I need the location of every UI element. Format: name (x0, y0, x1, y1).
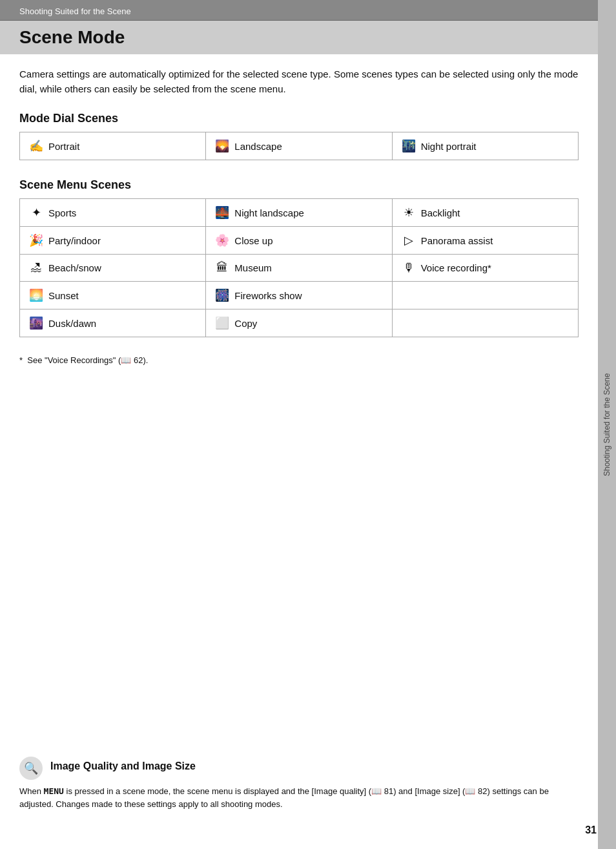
table-cell: 🌃 Night portrait (392, 132, 578, 160)
copy-icon: ⬜ (215, 316, 229, 330)
header-subtitle: Shooting Suited for the Scene (19, 6, 131, 16)
museum-label: Museum (234, 262, 272, 273)
table-cell: 🎉 Party/indoor (20, 227, 206, 255)
table-cell: 🎙 Voice recording* (392, 255, 578, 282)
table-row: ✍ Portrait 🌄 Landscape (20, 132, 579, 160)
scene-menu-table: ✦ Sports 🌉 Night landscape (19, 198, 579, 337)
sunset-icon: 🌅 (29, 288, 43, 302)
table-cell: 🌅 Sunset (20, 282, 206, 309)
table-row: 🌅 Sunset 🎆 Fireworks show (20, 282, 579, 309)
table-row: 🏖 Beach/snow 🏛 Museum (20, 255, 579, 282)
intro-text: Camera settings are automatically optimi… (19, 67, 579, 96)
image-quality-title: Image Quality and Image Size (50, 757, 196, 772)
sunset-label: Sunset (48, 290, 79, 301)
dusk-icon: 🌆 (29, 316, 43, 330)
voice-icon: 🎙 (402, 261, 416, 275)
beach-label: Beach/snow (48, 262, 101, 273)
page-number: 31 (585, 824, 597, 836)
panorama-icon: ▷ (402, 233, 416, 247)
table-cell: ☀ Backlight (392, 199, 578, 227)
landscape-label: Landscape (234, 141, 282, 152)
table-cell: ⬜ Copy (206, 309, 392, 337)
fireworks-icon: 🎆 (215, 288, 229, 302)
mode-dial-table: ✍ Portrait 🌄 Landscape (19, 132, 579, 160)
backlight-label: Backlight (421, 207, 460, 218)
table-cell: 🌉 Night landscape (206, 199, 392, 227)
dusk-label: Dusk/dawn (48, 318, 96, 329)
table-cell: 🌸 Close up (206, 227, 392, 255)
sidebar-tab: Shooting Suited for the Scene (598, 0, 616, 849)
night-landscape-label: Night landscape (234, 207, 304, 218)
portrait-icon: ✍ (29, 139, 43, 153)
menu-label: MENU (44, 786, 64, 796)
footnote: * See "Voice Recordings" (📖 62). (19, 355, 579, 365)
table-cell (392, 309, 578, 337)
table-row: ✦ Sports 🌉 Night landscape (20, 199, 579, 227)
table-cell: ▷ Panorama assist (392, 227, 578, 255)
party-label: Party/indoor (48, 235, 101, 246)
portrait-label: Portrait (48, 141, 79, 152)
table-row: 🌆 Dusk/dawn ⬜ Copy (20, 309, 579, 337)
table-cell (392, 282, 578, 309)
header-bar: Shooting Suited for the Scene (0, 0, 598, 21)
table-cell: ✦ Sports (20, 199, 206, 227)
bottom-section: 🔍 Image Quality and Image Size When MENU… (19, 757, 584, 810)
night-portrait-label: Night portrait (421, 141, 477, 152)
beach-icon: 🏖 (29, 261, 43, 275)
museum-icon: 🏛 (215, 261, 229, 275)
night-landscape-icon: 🌉 (215, 205, 229, 220)
page-title-bar: Scene Mode (0, 21, 598, 54)
table-cell: 🏛 Museum (206, 255, 392, 282)
copy-label: Copy (234, 318, 257, 329)
voice-label: Voice recording* (421, 262, 491, 273)
night-portrait-icon: 🌃 (402, 139, 416, 153)
table-cell: ✍ Portrait (20, 132, 206, 160)
scene-menu-section-title: Scene Menu Scenes (19, 178, 579, 192)
party-icon: 🎉 (29, 233, 43, 247)
mode-dial-section-title: Mode Dial Scenes (19, 112, 579, 125)
sports-icon: ✦ (29, 205, 43, 220)
table-cell: 🌄 Landscape (206, 132, 392, 160)
image-quality-text: When MENU is pressed in a scene mode, th… (19, 785, 584, 810)
image-quality-box: 🔍 Image Quality and Image Size (19, 757, 584, 780)
panorama-label: Panorama assist (421, 235, 493, 246)
closeup-icon: 🌸 (215, 233, 229, 247)
sports-label: Sports (48, 207, 76, 218)
backlight-icon: ☀ (402, 205, 416, 220)
landscape-icon: 🌄 (215, 139, 229, 153)
page-title: Scene Mode (19, 27, 579, 48)
table-cell: 🌆 Dusk/dawn (20, 309, 206, 337)
table-row: 🎉 Party/indoor 🌸 Close up (20, 227, 579, 255)
image-quality-icon: 🔍 (19, 757, 43, 780)
table-cell: 🎆 Fireworks show (206, 282, 392, 309)
closeup-label: Close up (234, 235, 272, 246)
fireworks-label: Fireworks show (234, 290, 302, 301)
table-cell: 🏖 Beach/snow (20, 255, 206, 282)
